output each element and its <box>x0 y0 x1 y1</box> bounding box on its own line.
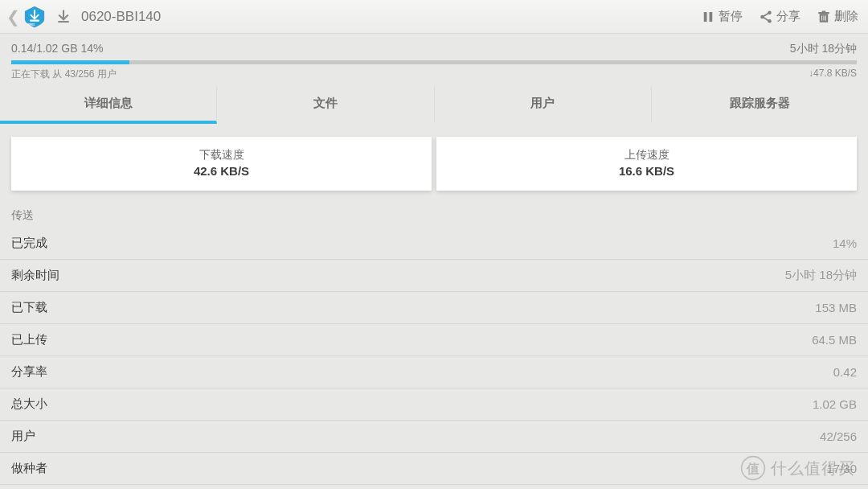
row-label: 剩余时间 <box>11 268 59 283</box>
row-label: 做种者 <box>11 461 47 476</box>
row-value: 0.42 <box>833 365 857 379</box>
download-speed-card: 下载速度 42.6 KB/S <box>11 137 432 191</box>
progress-fill <box>11 60 129 64</box>
progress-bar <box>11 60 857 64</box>
speed-row: 下载速度 42.6 KB/S 上传速度 16.6 KB/S <box>0 124 868 205</box>
row-label: 分享率 <box>11 364 47 380</box>
app-logo-icon[interactable]: PRO <box>23 6 46 28</box>
upload-speed-card: 上传速度 16.6 KB/S <box>436 137 857 191</box>
row-ratio: 分享率 0.42 <box>0 356 868 388</box>
section-transfer-header: 传送 <box>0 205 868 228</box>
upload-speed-value: 16.6 KB/S <box>436 164 857 178</box>
svg-rect-11 <box>821 15 822 20</box>
app-header: ❮ PRO 0620-BBI140 暂停 分享 删除 <box>0 0 868 34</box>
row-value: 153 MB <box>815 301 857 314</box>
row-users: 用户 42/256 <box>0 421 868 453</box>
row-uploaded: 已上传 64.5 MB <box>0 324 868 356</box>
svg-rect-10 <box>822 10 826 12</box>
rate-line: ↓47.8 KB/S <box>809 68 857 81</box>
pause-label: 暂停 <box>719 9 743 24</box>
row-value: 5小时 18分钟 <box>785 268 857 283</box>
torrent-title: 0620-BBI140 <box>81 9 161 25</box>
row-downloaded: 已下载 153 MB <box>0 292 868 324</box>
row-label: 已下载 <box>11 300 47 315</box>
tabs-bar: 详细信息 文件 用户 跟踪服务器 <box>0 86 868 124</box>
pause-button[interactable]: 暂停 <box>696 6 747 27</box>
row-label: 用户 <box>11 429 35 444</box>
svg-rect-3 <box>704 12 707 22</box>
row-label: 总大小 <box>11 397 47 412</box>
download-speed-label: 下载速度 <box>11 148 432 162</box>
row-seeders: 做种者 17/30 <box>0 453 868 485</box>
tab-trackers[interactable]: 跟踪服务器 <box>652 86 868 124</box>
svg-rect-9 <box>818 12 829 14</box>
svg-rect-13 <box>825 15 826 20</box>
watermark-text: 什么值得买 <box>771 458 855 479</box>
share-button[interactable]: 分享 <box>754 6 805 27</box>
row-value: 64.5 MB <box>812 333 857 347</box>
row-remaining: 剩余时间 5小时 18分钟 <box>0 260 868 292</box>
row-value: 1.02 GB <box>813 397 857 411</box>
pause-icon <box>701 10 715 24</box>
tab-detail[interactable]: 详细信息 <box>0 86 217 124</box>
peers-line: 正在下载 从 43/256 用户 <box>11 68 117 81</box>
progress-section: 0.14/1.02 GB 14% 5小时 18分钟 正在下载 从 43/256 … <box>0 34 868 81</box>
share-label: 分享 <box>776 9 800 24</box>
row-value: 42/256 <box>820 429 857 443</box>
download-speed-value: 42.6 KB/S <box>11 164 432 178</box>
row-value: 14% <box>833 236 857 250</box>
svg-rect-2 <box>58 21 68 23</box>
svg-text:值: 值 <box>746 462 760 475</box>
row-label: 已上传 <box>11 332 47 347</box>
svg-rect-4 <box>710 12 713 22</box>
row-completed: 已完成 14% <box>0 228 868 260</box>
upload-speed-label: 上传速度 <box>436 148 857 162</box>
delete-label: 删除 <box>834 9 858 24</box>
svg-rect-0 <box>30 19 39 21</box>
eta-text: 5小时 18分钟 <box>790 42 857 56</box>
trash-icon <box>817 10 831 24</box>
tab-files[interactable]: 文件 <box>217 86 434 124</box>
svg-text:PRO: PRO <box>27 22 35 26</box>
watermark: 值 什么值得买 <box>740 455 855 481</box>
back-icon[interactable]: ❮ <box>5 4 22 30</box>
delete-button[interactable]: 删除 <box>812 6 863 27</box>
row-totalsize: 总大小 1.02 GB <box>0 388 868 421</box>
tab-users[interactable]: 用户 <box>435 86 652 124</box>
share-icon <box>759 10 773 24</box>
download-arrow-icon[interactable] <box>55 9 72 25</box>
row-label: 已完成 <box>11 236 47 251</box>
progress-text: 0.14/1.02 GB 14% <box>11 42 103 56</box>
svg-rect-12 <box>823 15 824 20</box>
watermark-logo-icon: 值 <box>740 455 766 481</box>
